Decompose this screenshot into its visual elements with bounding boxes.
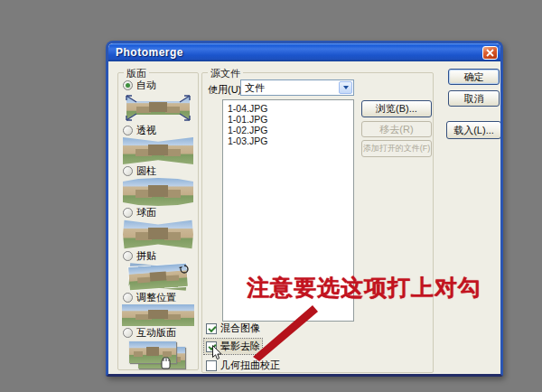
layout-thumbnail-interactive[interactable] — [127, 340, 189, 371]
desktop-background: Photomerge 版面 自动 — [0, 0, 542, 392]
remove-button: 移去(R) — [361, 121, 432, 137]
radio-reposition[interactable] — [123, 293, 133, 303]
cancel-button[interactable]: 取消 — [448, 90, 500, 107]
dropdown-arrow-button[interactable] — [339, 81, 352, 94]
layout-panel: 版面 自动 — [117, 72, 199, 370]
source-files-title: 源文件 — [208, 67, 243, 80]
layout-thumbnail-auto[interactable] — [122, 92, 194, 124]
file-list-item[interactable]: 1-04.JPG — [228, 103, 353, 114]
radio-collage-label: 拼贴 — [136, 249, 156, 263]
layout-panel-title: 版面 — [124, 67, 149, 80]
radio-auto-label: 自动 — [136, 79, 156, 92]
panorama-preview-image — [123, 137, 193, 164]
file-list-item[interactable]: 1-01.JPG — [228, 114, 353, 125]
panorama-preview-image — [123, 219, 193, 249]
file-list-item[interactable]: 1-03.JPG — [228, 135, 353, 146]
radio-option-auto[interactable]: 自动 — [118, 79, 156, 91]
radio-option-collage[interactable]: 拼贴 — [118, 250, 156, 262]
photomerge-dialog: Photomerge 版面 自动 — [106, 41, 503, 377]
radio-spherical-label: 球面 — [136, 206, 156, 219]
layout-options-list: 自动 — [118, 73, 198, 369]
radio-spherical[interactable] — [123, 208, 133, 218]
layout-thumbnail-spherical[interactable] — [123, 219, 193, 249]
radio-interactive[interactable] — [123, 328, 133, 338]
panorama-preview-image — [123, 178, 193, 206]
radio-perspective-label: 透视 — [136, 124, 156, 137]
layout-thumbnail-reposition[interactable] — [122, 304, 194, 326]
mouse-pointer-icon — [211, 345, 223, 360]
layout-thumbnail-perspective[interactable] — [123, 137, 193, 164]
panorama-preview-image — [129, 341, 176, 363]
dialog-client-area: 版面 自动 — [108, 61, 500, 374]
browse-button[interactable]: 浏览(B)... — [361, 100, 432, 117]
annotation-text: 注意要选这项打上对勾 — [247, 273, 481, 303]
radio-cylindrical[interactable] — [123, 166, 133, 176]
dialog-titlebar[interactable]: Photomerge — [108, 43, 500, 61]
close-button[interactable] — [482, 46, 498, 60]
ok-button[interactable]: 确定 — [448, 69, 500, 85]
layout-thumbnail-cylindrical[interactable] — [123, 178, 193, 206]
panorama-preview-image — [122, 304, 194, 326]
radio-cylindrical-label: 圆柱 — [136, 164, 156, 178]
radio-auto[interactable] — [123, 80, 133, 90]
radio-option-cylindrical[interactable]: 圆柱 — [118, 165, 156, 177]
radio-option-perspective[interactable]: 透视 — [118, 125, 156, 136]
radio-reposition-label: 调整位置 — [136, 291, 176, 304]
chevron-down-icon — [343, 86, 349, 89]
close-icon — [486, 49, 494, 57]
use-dropdown[interactable]: 文件 — [240, 79, 354, 96]
use-dropdown-value: 文件 — [245, 81, 265, 95]
dialog-title: Photomerge — [116, 46, 482, 59]
panorama-preview-image — [128, 264, 188, 290]
radio-collage[interactable] — [123, 251, 133, 261]
radio-option-spherical[interactable]: 球面 — [118, 207, 156, 219]
annotation-arrow-icon — [251, 303, 322, 361]
panorama-preview-image — [126, 96, 190, 120]
load-button[interactable]: 载入(L)... — [446, 121, 501, 139]
add-open-files-button: 添加打开的文件(F) — [361, 140, 432, 157]
radio-option-reposition[interactable]: 调整位置 — [118, 292, 176, 303]
use-label: 使用(U): — [208, 83, 244, 97]
radio-interactive-label: 互动版面 — [136, 326, 176, 340]
layout-thumbnail-collage[interactable] — [125, 263, 192, 291]
blend-images-checkbox[interactable] — [206, 323, 217, 334]
radio-perspective[interactable] — [123, 126, 133, 135]
radio-option-interactive[interactable]: 互动版面 — [118, 327, 176, 339]
geometric-distortion-checkbox[interactable] — [206, 360, 217, 371]
file-list-item[interactable]: 1-02.JPG — [228, 125, 353, 135]
